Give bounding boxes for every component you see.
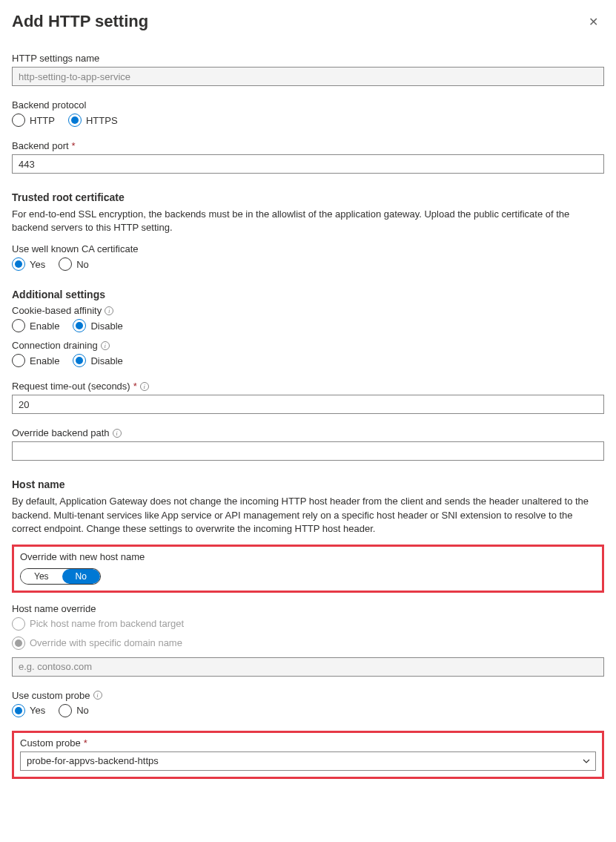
- radio-icon: [12, 617, 25, 631]
- cookie-affinity-label: Cookie-based affinity i: [12, 305, 604, 316]
- radio-label: No: [76, 259, 89, 270]
- connection-draining-disable[interactable]: Disable: [73, 354, 122, 367]
- radio-icon: [12, 114, 25, 127]
- info-icon[interactable]: i: [113, 429, 122, 438]
- http-settings-name-label: HTTP settings name: [12, 53, 604, 64]
- override-new-host-yes[interactable]: Yes: [21, 569, 62, 584]
- additional-settings-heading: Additional settings: [12, 289, 604, 300]
- pick-from-backend-target: Pick host name from backend target: [12, 617, 184, 631]
- radio-icon: [12, 704, 25, 717]
- well-known-ca-yes[interactable]: Yes: [12, 257, 45, 271]
- host-name-override-label: Host name override: [12, 603, 604, 614]
- override-new-host-label: Override with new host name: [20, 551, 596, 562]
- radio-icon: [68, 114, 82, 127]
- custom-probe-select[interactable]: probe-for-appvs-backend-https: [20, 751, 596, 771]
- radio-label: Yes: [30, 259, 45, 270]
- override-hostname-callout: Override with new host name Yes No: [12, 545, 604, 593]
- page-title: Add HTTP setting: [12, 12, 148, 31]
- radio-label: Disable: [90, 320, 122, 332]
- use-custom-probe-no[interactable]: No: [59, 704, 89, 717]
- custom-probe-value: probe-for-appvs-backend-https: [27, 755, 159, 766]
- custom-probe-label: Custom probe*: [20, 737, 596, 749]
- backend-protocol-https[interactable]: HTTPS: [68, 114, 118, 127]
- info-icon[interactable]: i: [140, 382, 149, 391]
- request-timeout-label: Request time-out (seconds)* i: [12, 381, 604, 392]
- backend-protocol-label: Backend protocol: [12, 99, 604, 111]
- info-icon[interactable]: i: [101, 341, 110, 350]
- info-icon[interactable]: i: [105, 306, 113, 315]
- radio-label: HTTP: [30, 115, 55, 126]
- radio-icon: [12, 637, 25, 650]
- radio-label: Override with specific domain name: [30, 637, 182, 648]
- close-icon[interactable]: ✕: [583, 12, 604, 32]
- host-name-desc: By default, Application Gateway does not…: [12, 495, 604, 536]
- override-backend-path-input[interactable]: [12, 441, 604, 461]
- request-timeout-input[interactable]: [12, 395, 604, 414]
- backend-protocol-http[interactable]: HTTP: [12, 114, 55, 127]
- radio-label: No: [76, 705, 89, 716]
- radio-icon: [73, 354, 86, 367]
- radio-icon: [59, 257, 72, 271]
- connection-draining-label: Connection draining i: [12, 340, 604, 351]
- backend-port-input[interactable]: [12, 154, 604, 174]
- host-name-heading: Host name: [12, 478, 604, 490]
- radio-label: Pick host name from backend target: [30, 618, 184, 629]
- override-backend-path-label: Override backend path i: [12, 427, 604, 438]
- cookie-affinity-enable[interactable]: Enable: [12, 319, 59, 332]
- override-specific-domain: Override with specific domain name: [12, 637, 182, 650]
- radio-icon: [59, 704, 72, 717]
- use-custom-probe-label: Use custom probe i: [12, 690, 604, 701]
- radio-icon: [73, 319, 86, 332]
- trusted-root-desc: For end-to-end SSL encryption, the backe…: [12, 208, 604, 234]
- radio-label: Enable: [30, 355, 59, 366]
- radio-label: Yes: [30, 705, 45, 716]
- specific-domain-input: [12, 657, 604, 677]
- backend-port-label: Backend port*: [12, 140, 604, 151]
- connection-draining-enable[interactable]: Enable: [12, 354, 59, 367]
- radio-icon: [12, 354, 25, 367]
- radio-icon: [12, 257, 25, 271]
- trusted-root-heading: Trusted root certificate: [12, 191, 604, 203]
- well-known-ca-no[interactable]: No: [59, 257, 89, 271]
- radio-label: Disable: [90, 355, 122, 366]
- use-well-known-ca-label: Use well known CA certificate: [12, 243, 604, 254]
- override-new-host-no[interactable]: No: [62, 569, 100, 584]
- cookie-affinity-disable[interactable]: Disable: [73, 319, 122, 332]
- radio-icon: [12, 319, 25, 332]
- override-new-host-toggle[interactable]: Yes No: [20, 568, 101, 585]
- info-icon[interactable]: i: [93, 691, 102, 700]
- radio-label: HTTPS: [86, 115, 118, 126]
- radio-label: Enable: [30, 320, 59, 332]
- custom-probe-callout: Custom probe* probe-for-appvs-backend-ht…: [12, 731, 604, 779]
- use-custom-probe-yes[interactable]: Yes: [12, 704, 45, 717]
- http-settings-name-input[interactable]: [12, 67, 604, 86]
